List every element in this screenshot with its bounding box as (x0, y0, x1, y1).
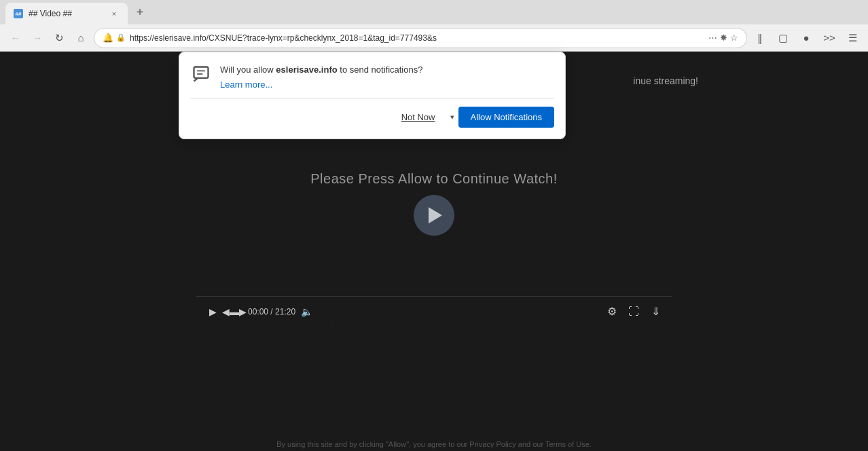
home-button[interactable]: ⌂ (71, 28, 91, 48)
streaming-text: inue streaming! (633, 75, 698, 86)
back-button[interactable]: ← (5, 28, 26, 48)
notification-bell-icon: 🔔 (103, 33, 113, 43)
popup-question: Will you allow eslerisave.info to send n… (220, 63, 422, 77)
download-icon[interactable]: ⇓ (647, 304, 664, 320)
bookmark-icon[interactable]: ☆ (730, 33, 738, 43)
profile-button[interactable]: ● (796, 28, 816, 48)
sidebar-button[interactable]: ▢ (773, 28, 793, 48)
browser-chrome: ## ## Video ## × + ← → ↻ ⌂ 🔔 🔒 https://e… (0, 0, 868, 52)
tab-favicon: ## (14, 9, 23, 18)
allow-notifications-button[interactable]: Allow Notifications (458, 107, 555, 128)
toolbar: ← → ↻ ⌂ 🔔 🔒 https://eslerisave.info/CXSN… (0, 24, 868, 52)
tab-title: ## Video ## (29, 9, 103, 18)
address-url: https://eslerisave.info/CXSNUE?trace-lyn… (130, 33, 704, 43)
svg-rect-0 (194, 67, 209, 78)
popup-learn-more[interactable]: Learn more... (220, 79, 422, 90)
settings-icon[interactable]: ⚙ (604, 304, 620, 320)
forward-button[interactable]: → (27, 28, 48, 48)
lock-icon: 🔒 (116, 33, 126, 42)
refresh-button[interactable]: ↻ (49, 28, 69, 48)
popup-site-name: eslerisave.info (276, 65, 337, 75)
new-tab-button[interactable]: + (130, 3, 149, 22)
popup-buttons: Not Now ▾ Allow Notifications (190, 98, 554, 128)
not-now-button[interactable]: Not Now (391, 107, 446, 128)
address-bar[interactable]: 🔔 🔒 https://eslerisave.info/CXSNUE?trace… (94, 28, 747, 48)
more-options-icon[interactable]: ⋯ (708, 33, 717, 43)
pocket-icon[interactable]: ✸ (720, 33, 727, 43)
chat-bubble-icon (192, 65, 211, 84)
toolbar-nav: ← → ↻ ⌂ (5, 28, 91, 48)
menu-button[interactable]: ☰ (842, 28, 863, 48)
toolbar-right: ‖ ▢ ● >> ☰ (750, 28, 863, 48)
volume-icon[interactable]: 🔈 (301, 306, 312, 317)
play-icon[interactable]: ▶ (204, 304, 221, 320)
active-tab[interactable]: ## ## Video ## × (5, 3, 128, 24)
video-controls: ▶ ◀▬▶ 00:00 / 21:20 🔈 ⚙ ⛶ ⇓ (196, 296, 672, 326)
footer-text: By using this site and by clicking "Allo… (276, 440, 592, 448)
library-button[interactable]: ‖ (750, 28, 770, 48)
video-overlay-text: Please Press Allow to Continue Watch! (310, 171, 557, 187)
address-bar-icons: 🔔 🔒 (103, 33, 126, 43)
tab-bar: ## ## Video ## × + (0, 0, 868, 24)
fullscreen-icon[interactable]: ⛶ (626, 304, 642, 320)
popup-header: Will you allow eslerisave.info to send n… (190, 63, 554, 90)
time-display: 00:00 / 21:20 (248, 307, 295, 317)
dropdown-button[interactable]: ▾ (446, 107, 458, 127)
notification-popup: Will you allow eslerisave.info to send n… (179, 52, 566, 139)
tab-close-icon[interactable]: × (109, 8, 120, 19)
popup-content: Will you allow eslerisave.info to send n… (220, 63, 422, 90)
overflow-button[interactable]: >> (819, 28, 839, 48)
play-button-big[interactable] (414, 195, 454, 236)
skip-forward-icon[interactable]: ◀▬▶ (226, 304, 242, 320)
address-bar-right: ⋯ ✸ ☆ (708, 33, 738, 43)
popup-notification-icon (190, 63, 212, 85)
